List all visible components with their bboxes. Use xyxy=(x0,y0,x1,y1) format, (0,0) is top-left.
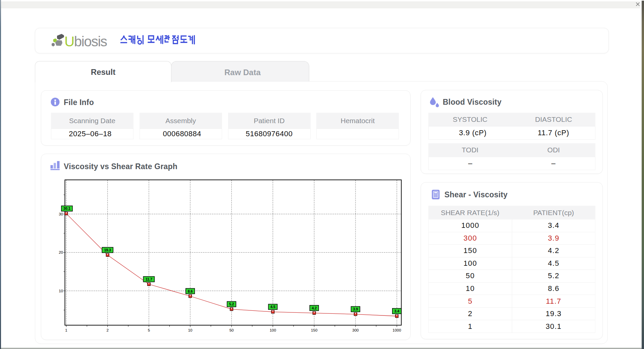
svg-text:10: 10 xyxy=(188,328,193,332)
svg-text:5: 5 xyxy=(148,328,150,332)
svg-text:150: 150 xyxy=(311,328,317,332)
svg-text:11.7: 11.7 xyxy=(146,277,152,281)
svg-text:20: 20 xyxy=(59,250,63,254)
svg-text:100: 100 xyxy=(270,328,276,332)
svg-text:8.6: 8.6 xyxy=(188,289,193,293)
svg-text:30: 30 xyxy=(59,212,63,216)
svg-text:3.4: 3.4 xyxy=(394,309,399,313)
svg-text:30.1: 30.1 xyxy=(63,206,70,210)
svg-text:300: 300 xyxy=(352,328,359,332)
svg-text:5.2: 5.2 xyxy=(229,302,234,306)
svg-text:1: 1 xyxy=(65,328,67,332)
svg-text:3.9: 3.9 xyxy=(353,307,358,311)
svg-text:1000: 1000 xyxy=(392,328,401,332)
svg-text:2: 2 xyxy=(106,328,108,332)
svg-text:4.2: 4.2 xyxy=(312,306,317,310)
svg-text:Ubiosis: Ubiosis xyxy=(64,34,107,49)
svg-text:4.5: 4.5 xyxy=(270,305,275,309)
svg-text:19.3: 19.3 xyxy=(104,248,111,252)
svg-text:50: 50 xyxy=(229,328,234,332)
svg-text:10: 10 xyxy=(59,289,63,293)
